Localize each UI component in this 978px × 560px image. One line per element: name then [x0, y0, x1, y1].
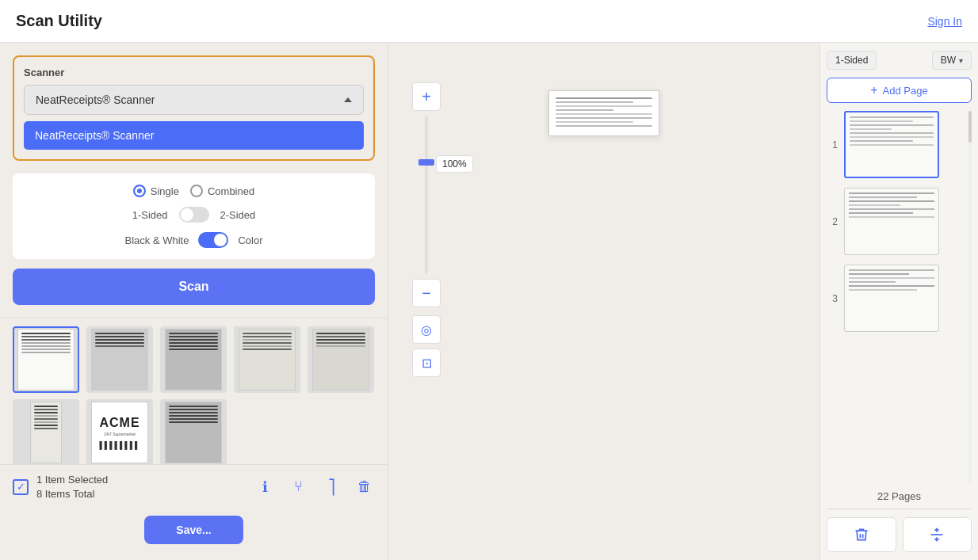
sided-button[interactable]: 1-Sided [827, 51, 877, 70]
view-controls: ◎ ⊡ [412, 315, 441, 377]
action-icons: ℹ ⑂ ⎤ 🗑 [254, 477, 375, 497]
page-thumb-2[interactable] [844, 188, 939, 255]
center-panel: + 100% − ◎ ⊡ [388, 43, 819, 560]
save-btn-container: Save... [0, 509, 388, 560]
sides-toggle[interactable] [179, 207, 209, 223]
zoom-track[interactable]: 100% [425, 116, 428, 274]
document-preview [548, 90, 659, 136]
page-item-2[interactable]: 2 [827, 188, 972, 255]
reorder-pages-button[interactable] [903, 517, 972, 552]
sides-1-label[interactable]: 1-Sided [132, 209, 168, 221]
page-num-1: 1 [827, 139, 838, 150]
acme-text: ACME [99, 416, 139, 430]
right-panel: 1-Sided BW ▾ + Add Page 1 [819, 43, 978, 560]
thumbnail-item-6[interactable] [13, 399, 79, 464]
bw-button[interactable]: BW ▾ [932, 51, 972, 70]
right-top-bar: 1-Sided BW ▾ [827, 51, 972, 70]
signin-link[interactable]: Sign In [927, 15, 962, 28]
scanner-dropdown[interactable]: NeatReceipts® Scanner [24, 85, 364, 115]
mode-radio-group: Single Combined [133, 185, 254, 197]
pages-scrollbar-track[interactable] [968, 111, 972, 484]
bw-chevron-icon: ▾ [959, 56, 963, 65]
selection-info: ✓ 1 Item Selected 8 Items Total [13, 473, 108, 501]
zoom-handle[interactable] [418, 159, 434, 166]
target-view-button[interactable]: ◎ [412, 315, 441, 344]
color-toggle[interactable] [198, 232, 228, 248]
selection-checkbox-icon: ✓ [13, 479, 29, 495]
pages-list: 1 2 [827, 111, 972, 484]
selection-text: 1 Item Selected 8 Items Total [36, 473, 108, 501]
share-icon[interactable]: ⎤ [321, 477, 342, 497]
add-page-plus-icon: + [870, 83, 877, 97]
mode-single-text: Single [151, 185, 179, 197]
zoom-in-button[interactable]: + [412, 82, 441, 111]
page-thumb-3[interactable] [844, 265, 939, 332]
thumbnails-grid: ACME 24/7 Supermarket ▌▌▌▌▌▌▌▌ [13, 326, 375, 464]
mode-single-label[interactable]: Single [133, 185, 179, 197]
checkmark-icon: ✓ [17, 481, 25, 493]
acme-subtext: 24/7 Supermarket [104, 432, 136, 436]
main-content: Scanner NeatReceipts® Scanner NeatReceip… [0, 43, 978, 560]
page-item-1[interactable]: 1 [827, 111, 972, 178]
scanner-box: Scanner NeatReceipts® Scanner NeatReceip… [13, 55, 375, 161]
left-panel: Scanner NeatReceipts® Scanner NeatReceip… [0, 43, 388, 560]
fork-icon[interactable]: ⑂ [288, 477, 308, 497]
add-page-label: Add Page [883, 85, 928, 97]
scanner-label: Scanner [24, 67, 364, 78]
scanner-dropdown-option[interactable]: NeatReceipts® Scanner [24, 121, 364, 150]
items-selected: 1 Item Selected [36, 473, 108, 487]
app-title: Scan Utility [16, 12, 102, 30]
right-bottom-bar [827, 509, 972, 552]
scan-button[interactable]: Scan [13, 269, 375, 305]
delete-pages-button[interactable] [827, 517, 896, 552]
bottom-bar: ✓ 1 Item Selected 8 Items Total ℹ ⑂ ⎤ 🗑 [0, 464, 388, 509]
delete-icon[interactable]: 🗑 [354, 477, 375, 497]
bw-label: BW [941, 55, 956, 66]
pages-scrollbar-thumb[interactable] [968, 111, 972, 143]
color-row: Black & White Color [25, 232, 362, 248]
thumbnails-area: ACME 24/7 Supermarket ▌▌▌▌▌▌▌▌ [0, 318, 388, 464]
thumbnail-item-7[interactable]: ACME 24/7 Supermarket ▌▌▌▌▌▌▌▌ [86, 399, 153, 464]
thumbnail-item-1[interactable] [13, 326, 79, 393]
bw-label: Black & White [125, 234, 189, 246]
zoom-out-button[interactable]: − [412, 279, 441, 307]
thumbnail-item-2[interactable] [86, 326, 153, 393]
color-toggle-knob [214, 234, 227, 246]
items-total: 8 Items Total [36, 487, 108, 501]
sides-1-text: 1-Sided [132, 209, 168, 221]
sides-2-label[interactable]: 2-Sided [220, 209, 256, 221]
add-page-button[interactable]: + Add Page [827, 78, 972, 103]
mode-row: Single Combined [25, 185, 362, 197]
mode-single-radio[interactable] [133, 185, 146, 197]
chevron-up-icon [344, 97, 352, 102]
mode-combined-label[interactable]: Combined [190, 185, 254, 197]
options-section: Single Combined 1-Sided [13, 173, 375, 259]
thumbnail-item-5[interactable] [308, 326, 374, 393]
sides-toggle-knob [181, 208, 193, 221]
zoom-controls: + 100% − ◎ ⊡ [412, 82, 441, 377]
scanner-section: Scanner NeatReceipts® Scanner NeatReceip… [0, 43, 388, 173]
crop-view-button[interactable]: ⊡ [412, 349, 441, 377]
scanner-dropdown-value: NeatReceipts® Scanner [36, 93, 155, 106]
sides-2-text: 2-Sided [220, 209, 256, 221]
zoom-level-indicator: 100% [436, 155, 473, 173]
color-label: Color [238, 234, 262, 246]
pages-count: 22 Pages [827, 484, 972, 509]
sides-radio-group: 1-Sided 2-Sided [132, 207, 256, 223]
sides-row: 1-Sided 2-Sided [25, 207, 362, 223]
app-header: Scan Utility Sign In [0, 0, 978, 43]
info-icon[interactable]: ℹ [254, 477, 275, 497]
page-num-3: 3 [827, 293, 838, 304]
page-item-3[interactable]: 3 [827, 265, 972, 332]
page-num-2: 2 [827, 216, 838, 227]
page-thumb-1[interactable] [844, 111, 939, 178]
thumbnail-item-8[interactable] [160, 399, 227, 464]
save-button[interactable]: Save... [144, 516, 243, 544]
mode-combined-text: Combined [208, 185, 254, 197]
thumbnail-item-4[interactable] [234, 326, 300, 393]
thumbnail-item-3[interactable] [160, 326, 227, 393]
mode-combined-radio[interactable] [190, 185, 203, 197]
